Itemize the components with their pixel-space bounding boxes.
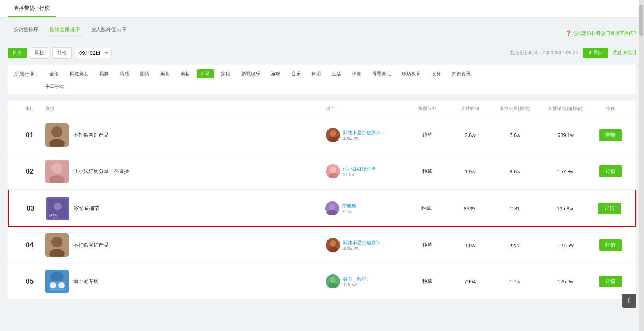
live-title: 汪小妹好物分享正在直播 — [73, 168, 129, 175]
live-title: 家纺直播节 — [74, 205, 99, 212]
live-info: 不打假网红产品 — [45, 123, 326, 147]
industry-filter: 所属行业： 全部 网红美女 搞笑 情感 剧情 美食 美妆 种草 穿搭 影视娱乐 … — [8, 65, 636, 94]
detail-button[interactable]: 详情 — [599, 239, 622, 251]
industry-tag-zhishi[interactable]: 知识资讯 — [448, 69, 474, 78]
help-link[interactable]: ❓ 怎么定位抖音热门带货直播间? — [566, 30, 636, 37]
anchor-info: 汪小妹好物分享 21.0w — [326, 164, 404, 178]
scrollbar[interactable] — [639, 0, 644, 331]
data-explain-link[interactable]: ⑦数据说明 — [613, 50, 636, 56]
col-header-action: 操作 — [591, 105, 630, 112]
export-button[interactable]: ⬆ 导出 — [583, 48, 608, 58]
btn-month[interactable]: 月榜 — [52, 47, 72, 59]
main-content: 按销量排序 按销售额排序 按人数峰值排序 ❓ 怎么定位抖音热门带货直播间? 日榜… — [0, 18, 644, 306]
col-peak: 1.9w — [451, 169, 490, 174]
filter-left: 日榜 周榜 月榜 09月02日 09月01日 09月03日 — [8, 47, 112, 59]
detail-button[interactable]: 详情 — [599, 276, 622, 287]
scrollbar-thumb[interactable] — [639, 5, 643, 36]
industry-tag-meishi[interactable]: 美食 — [156, 69, 173, 78]
industry-tag-muying[interactable]: 母婴育儿 — [368, 69, 395, 78]
col-industry: 种草 — [404, 132, 451, 139]
industry-tag-yingshi[interactable]: 影视娱乐 — [237, 69, 264, 78]
svg-point-29 — [58, 282, 65, 288]
anchor-name[interactable]: 阿纯不是打假测评... — [343, 240, 384, 246]
page-wrapper: 直播带货排行榜 按销量排序 按销售额排序 按人数峰值排序 ❓ 怎么定位抖音热门带… — [0, 0, 644, 331]
col-sales-vol: 9225 — [490, 242, 540, 248]
industry-tag-shougong[interactable]: 手工手绘 — [41, 82, 68, 90]
industry-tag-shenghuo[interactable]: 生活 — [328, 69, 345, 78]
sort-tab-sales-amount[interactable]: 按销售额排序 — [44, 24, 85, 36]
live-thumbnail — [45, 160, 69, 183]
rank-number: 04 — [14, 241, 45, 249]
col-header-anchor: 播主 — [326, 105, 404, 112]
industry-tag-qingan[interactable]: 情感 — [116, 69, 133, 78]
col-header-sales-amt: 直播销售额(预估) — [540, 105, 591, 112]
live-info: 汪小妹好物分享正在直播 — [45, 160, 326, 183]
sort-tab-peak-viewers[interactable]: 按人数峰值排序 — [85, 24, 132, 36]
anchor-name[interactable]: 春哥（敞轩） — [343, 276, 371, 283]
detail-button[interactable]: 详情 — [599, 166, 622, 177]
table-row: 05 迪士尼专场 春哥（敞轩） 116.5w 种草 — [8, 263, 636, 300]
svg-point-4 — [330, 130, 336, 137]
industry-tag-meizhuang[interactable]: 美妆 — [177, 69, 194, 78]
detail-button[interactable]: 详情 — [598, 203, 621, 214]
svg-point-1 — [51, 126, 62, 137]
industry-tag-gaoxiao[interactable]: 搞笑 — [96, 69, 113, 78]
anchor-fans: 3.1w — [342, 209, 356, 214]
action-col: 详情 — [590, 203, 629, 214]
col-sales-vol: 6.6w — [490, 169, 540, 174]
anchor-detail: 阿纯不是打假测评... 1082.4w — [343, 240, 384, 251]
industry-tag-zhengwu[interactable]: 政务 — [428, 69, 445, 78]
date-select[interactable]: 09月02日 09月01日 09月03日 — [75, 48, 112, 58]
industry-tag-wanghong[interactable]: 网红美女 — [66, 69, 92, 78]
col-header-sales-vol: 直播销量(预估) — [490, 105, 540, 112]
industry-tag-chuanda[interactable]: 穿搭 — [217, 69, 234, 78]
table-row: 01 不打假网红产品 阿纯不是打假测评... 1082.4w — [8, 117, 636, 153]
anchor-info: 阿纯不是打假测评... 1082.4w — [326, 238, 404, 252]
sort-tab-sales-volume[interactable]: 按销量排序 — [8, 24, 44, 36]
scroll-top-button[interactable]: ⇧ — [622, 294, 636, 308]
industry-tag-wudao[interactable]: 舞蹈 — [308, 69, 325, 78]
industry-tag-zhongcao[interactable]: 种草 — [197, 69, 214, 78]
update-time: 数据更新时间：2020/9/3 4:00:22 — [510, 50, 578, 56]
industry-tag-all[interactable]: 全部 — [46, 69, 63, 78]
action-col: 详情 — [591, 129, 630, 141]
industry-tag-juqing[interactable]: 剧情 — [136, 69, 153, 78]
tab-live-goods-ranking[interactable]: 直播带货排行榜 — [8, 0, 56, 17]
industry-tag-tiyu[interactable]: 体育 — [348, 69, 365, 78]
anchor-name[interactable]: 汪小妹好物分享 — [343, 166, 376, 173]
svg-point-28 — [50, 282, 56, 288]
live-info: 迪士尼专场 — [45, 270, 326, 293]
filter-right: 数据更新时间：2020/9/3 4:00:22 ⬆ 导出 ⑦数据说明 — [510, 48, 636, 58]
svg-point-17 — [329, 204, 335, 210]
col-header-rank: 排行 — [14, 105, 45, 112]
col-sales-vol: 7181 — [489, 206, 540, 212]
live-title: 不打假网红产品 — [73, 242, 109, 249]
col-sales-amt: 127.5w — [540, 242, 591, 248]
detail-button[interactable]: 详情 — [599, 129, 622, 141]
col-peak: 7904 — [451, 279, 490, 285]
col-industry: 种草 — [404, 278, 451, 285]
btn-week[interactable]: 周榜 — [30, 47, 49, 59]
col-industry: 种草 — [403, 205, 450, 212]
industry-label: 所属行业： — [14, 71, 39, 78]
col-sales-amt: 125.6w — [540, 279, 591, 285]
rank-number: 05 — [14, 278, 45, 286]
col-industry: 种草 — [404, 242, 451, 249]
industry-tag-yinyue[interactable]: 音乐 — [287, 69, 304, 78]
col-peak: 2.6w — [451, 132, 490, 138]
live-info: 家纺 家纺直播节 — [46, 197, 325, 220]
svg-point-31 — [330, 277, 336, 283]
anchor-fans: 1082.4w — [343, 136, 384, 141]
anchor-name[interactable]: 李飘飘 — [342, 203, 356, 210]
col-header-peak: 人数峰值 — [451, 105, 490, 112]
col-sales-vol: 7.6w — [490, 132, 540, 138]
svg-text:家纺: 家纺 — [49, 214, 57, 218]
col-peak: 1.9w — [451, 242, 490, 248]
industry-tag-youxi[interactable]: 游戏 — [267, 69, 284, 78]
btn-day[interactable]: 日榜 — [8, 48, 27, 58]
anchor-name[interactable]: 阿纯不是打假测评... — [343, 130, 384, 136]
live-title: 迪士尼专场 — [73, 278, 99, 285]
anchor-avatar — [326, 274, 340, 288]
industry-tag-zhichang[interactable]: 职场教育 — [398, 69, 425, 78]
svg-point-14 — [54, 203, 62, 210]
